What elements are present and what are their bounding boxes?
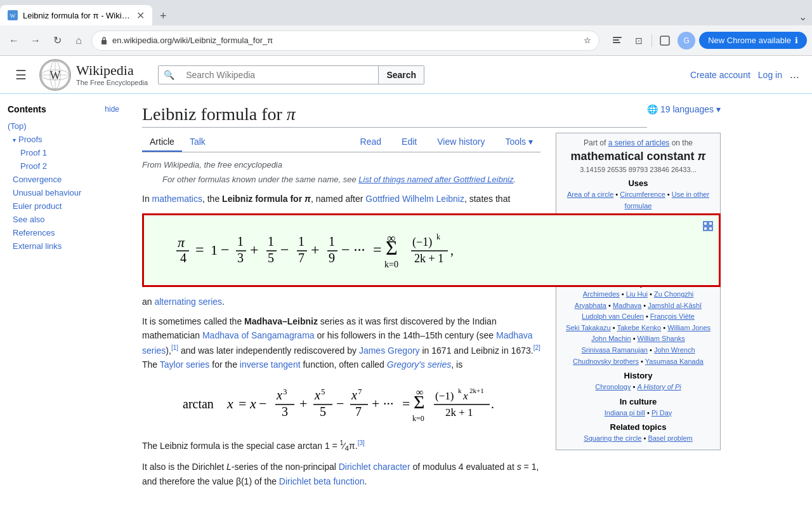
create-account-link[interactable]: Create account <box>690 70 750 80</box>
svg-text:−: − <box>280 241 289 258</box>
toc-item-proofs[interactable]: ▾Proofs <box>8 133 119 146</box>
toc-hide-button[interactable]: hide <box>105 105 119 114</box>
infobox-link-kanada[interactable]: Yasumasa Kanada <box>645 358 704 365</box>
infobox-link-takebe[interactable]: Takebe Kenko <box>617 324 661 331</box>
toc-item-convergence[interactable]: Convergence <box>8 173 119 186</box>
infobox-link-ramanujan[interactable]: Srinivasa Ramanujan <box>581 346 648 354</box>
link-taylor-series[interactable]: Taylor series <box>160 359 210 370</box>
infobox-link-machin[interactable]: John Machin <box>591 335 631 342</box>
svg-text:=: = <box>402 396 410 411</box>
hatnote-link[interactable]: List of things named after Gottfried Lei… <box>358 175 513 184</box>
bookmark-icon[interactable]: ☆ <box>584 36 591 45</box>
svg-text:x: x <box>462 390 468 402</box>
ref-2[interactable]: [2] <box>534 344 540 351</box>
link-madhava[interactable]: Madhava of Sangamagrama <box>202 330 315 340</box>
wiki-menu-button[interactable]: ☰ <box>13 65 29 85</box>
address-bar[interactable]: en.wikipedia.org/wiki/Leibniz_formula_fo… <box>91 30 599 51</box>
infobox-link-wrench[interactable]: John Wrench <box>654 346 695 354</box>
svg-text:7: 7 <box>298 251 304 265</box>
security-icon <box>100 36 108 45</box>
svg-text:x: x <box>276 388 282 402</box>
more-options-button[interactable]: ... <box>790 68 799 81</box>
address-text: en.wikipedia.org/wiki/Leibniz_formula_fo… <box>112 36 580 45</box>
arctan-formula-svg: arctan x = x − x 3 3 + x 5 <box>176 382 506 426</box>
infobox-link-viete[interactable]: François Viète <box>650 312 695 320</box>
infobox-link-basel[interactable]: Basel problem <box>648 434 692 442</box>
tab-tools[interactable]: Tools ▾ <box>497 133 540 152</box>
toc-item-unusual[interactable]: Unusual behaviour <box>8 186 119 199</box>
toc-item-euler[interactable]: Euler product <box>8 199 119 213</box>
infobox-link-chudnovsky[interactable]: Chudnovsky brothers <box>573 358 639 365</box>
languages-button[interactable]: 🌐 19 languages ▾ <box>647 104 721 114</box>
ref-3[interactable]: [3] <box>358 439 365 446</box>
back-button[interactable]: ← <box>5 32 23 50</box>
svg-text:7: 7 <box>355 404 362 418</box>
svg-text:− ···: − ··· <box>341 241 365 258</box>
infobox-link-archimedes[interactable]: Archimedes <box>583 290 620 298</box>
tab-view-history[interactable]: View history <box>429 133 492 152</box>
infobox-link-madhava[interactable]: Madhava <box>613 302 641 309</box>
new-chrome-info-icon: ℹ <box>795 36 798 45</box>
infobox-link-squaring[interactable]: Squaring the circle <box>584 434 641 442</box>
toc-item-see-also[interactable]: See also <box>8 213 119 226</box>
wiki-logo-image: W <box>39 59 71 91</box>
ref-1[interactable]: [1] <box>171 344 178 351</box>
toc-item-external-links[interactable]: External links <box>8 239 119 253</box>
link-dirichlet-character[interactable]: Dirichlet character <box>339 462 410 472</box>
svg-text:Σ: Σ <box>386 236 398 259</box>
toc-item-top[interactable]: (Top) <box>8 119 119 133</box>
infobox-link-jamshid[interactable]: Jamshīd al-Kāshī <box>648 302 702 309</box>
infobox-link-piday[interactable]: Pi Day <box>652 409 672 417</box>
infobox-link-aryabhata[interactable]: Aryabhata <box>575 302 606 309</box>
svg-text:π: π <box>178 234 185 250</box>
new-chrome-button[interactable]: New Chrome available ℹ <box>699 32 807 49</box>
link-james-gregory[interactable]: James Gregory <box>359 345 420 355</box>
home-button[interactable]: ⌂ <box>70 32 88 50</box>
toc-item-references[interactable]: References <box>8 226 119 239</box>
reader-mode-button[interactable] <box>608 32 626 50</box>
svg-text:4: 4 <box>180 251 187 265</box>
login-link[interactable]: Log in <box>758 70 782 80</box>
infobox-link-shanks[interactable]: William Shanks <box>638 335 685 342</box>
tab-article[interactable]: Article <box>142 133 182 152</box>
infobox-link-area[interactable]: Area of a circle <box>567 190 613 198</box>
extensions-button[interactable]: ⊡ <box>630 32 648 50</box>
profile-window-button[interactable] <box>656 32 674 50</box>
infobox-link-liuhui[interactable]: Liu Hui <box>626 290 648 298</box>
tab-talk[interactable]: Talk <box>182 133 213 152</box>
link-gregorys-series[interactable]: Gregory's series <box>387 359 451 370</box>
toc-item-proof2[interactable]: Proof 2 <box>8 159 119 173</box>
infobox-link-indiana[interactable]: Indiana pi bill <box>605 409 645 417</box>
forward-button[interactable]: → <box>27 32 44 50</box>
toc-item-proof1[interactable]: Proof 1 <box>8 146 119 159</box>
new-tab-button[interactable]: + <box>155 7 172 25</box>
search-button[interactable]: Search <box>378 66 424 84</box>
infobox-link-jones[interactable]: William Jones <box>667 324 710 331</box>
link-inverse-tangent[interactable]: inverse tangent <box>240 359 301 370</box>
svg-text:1: 1 <box>237 234 244 248</box>
svg-text:k: k <box>458 387 462 394</box>
infobox-link-circumference[interactable]: Circumference <box>620 190 665 198</box>
tab-close-button[interactable]: ✕ <box>136 10 145 22</box>
link-leibniz[interactable]: Gottfried Wilhelm Leibniz <box>365 194 464 204</box>
svg-text:x: x <box>226 396 233 411</box>
link-dirichlet-beta[interactable]: Dirichlet beta function <box>279 476 365 486</box>
infobox-link-seki[interactable]: Seki Takakazu <box>566 324 611 331</box>
active-tab[interactable]: W Leibniz formula for π - Wikip... ✕ <box>0 5 152 25</box>
formula-expand-icon[interactable] <box>702 220 714 234</box>
tab-read[interactable]: Read <box>353 133 389 152</box>
link-mathematics[interactable]: mathematics <box>152 194 202 204</box>
browser-expand-button[interactable]: ⌄ <box>794 8 812 25</box>
infobox-series-link[interactable]: a series of articles <box>608 138 670 147</box>
svg-rect-4 <box>613 39 619 41</box>
infobox-link-ludolph[interactable]: Ludolph van Ceulen <box>582 312 644 320</box>
link-alternating-series[interactable]: alternating series <box>154 297 222 307</box>
search-input[interactable] <box>180 66 378 84</box>
reload-button[interactable]: ↻ <box>48 32 66 50</box>
link-madhava-series[interactable]: Madhava series <box>142 330 533 355</box>
infobox-link-zu[interactable]: Zu Chongzhi <box>654 290 693 298</box>
infobox-link-chronology[interactable]: Chronology <box>595 383 631 391</box>
tab-edit[interactable]: Edit <box>394 133 424 152</box>
user-avatar[interactable]: G <box>678 32 695 50</box>
infobox-link-history-pi[interactable]: A History of Pi <box>637 383 681 391</box>
